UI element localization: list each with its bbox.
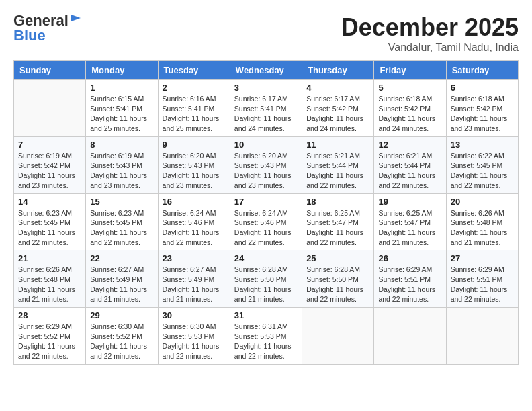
calendar-cell: 17Sunrise: 6:24 AM Sunset: 5:46 PM Dayli… xyxy=(230,193,302,250)
calendar-cell: 24Sunrise: 6:28 AM Sunset: 5:50 PM Dayli… xyxy=(230,250,302,308)
day-number: 27 xyxy=(451,253,514,263)
day-info: Sunrise: 6:21 AM Sunset: 5:44 PM Dayligh… xyxy=(306,151,369,191)
day-number: 4 xyxy=(306,83,369,93)
calendar-cell: 31Sunrise: 6:31 AM Sunset: 5:53 PM Dayli… xyxy=(230,308,302,365)
calendar-cell: 20Sunrise: 6:26 AM Sunset: 5:48 PM Dayli… xyxy=(446,193,518,250)
calendar-header-tuesday: Tuesday xyxy=(158,61,230,80)
day-info: Sunrise: 6:15 AM Sunset: 5:41 PM Dayligh… xyxy=(90,94,153,134)
day-info: Sunrise: 6:17 AM Sunset: 5:41 PM Dayligh… xyxy=(234,94,298,134)
calendar-cell: 7Sunrise: 6:19 AM Sunset: 5:42 PM Daylig… xyxy=(14,136,86,193)
calendar-table: SundayMondayTuesdayWednesdayThursdayFrid… xyxy=(13,60,519,365)
calendar-cell: 19Sunrise: 6:25 AM Sunset: 5:47 PM Dayli… xyxy=(374,193,446,250)
calendar-cell: 25Sunrise: 6:28 AM Sunset: 5:50 PM Dayli… xyxy=(302,250,374,308)
calendar-cell: 22Sunrise: 6:27 AM Sunset: 5:49 PM Dayli… xyxy=(86,250,158,308)
month-year-title: December 2025 xyxy=(341,13,519,42)
logo-blue: Blue xyxy=(13,28,46,43)
day-number: 28 xyxy=(18,310,81,320)
day-info: Sunrise: 6:27 AM Sunset: 5:49 PM Dayligh… xyxy=(90,265,153,304)
calendar-cell: 4Sunrise: 6:17 AM Sunset: 5:42 PM Daylig… xyxy=(302,80,374,137)
calendar-cell: 2Sunrise: 6:16 AM Sunset: 5:41 PM Daylig… xyxy=(158,80,230,137)
day-number: 19 xyxy=(378,197,441,207)
day-number: 31 xyxy=(234,310,298,320)
calendar-cell: 13Sunrise: 6:22 AM Sunset: 5:45 PM Dayli… xyxy=(446,136,518,193)
day-info: Sunrise: 6:30 AM Sunset: 5:53 PM Dayligh… xyxy=(163,322,226,361)
calendar-cell: 23Sunrise: 6:27 AM Sunset: 5:49 PM Dayli… xyxy=(158,250,230,308)
day-info: Sunrise: 6:28 AM Sunset: 5:50 PM Dayligh… xyxy=(306,265,369,304)
day-info: Sunrise: 6:20 AM Sunset: 5:43 PM Dayligh… xyxy=(234,151,298,191)
day-number: 13 xyxy=(451,140,514,150)
day-number: 21 xyxy=(18,253,81,263)
calendar-cell: 18Sunrise: 6:25 AM Sunset: 5:47 PM Dayli… xyxy=(302,193,374,250)
calendar-week-row: 1Sunrise: 6:15 AM Sunset: 5:41 PM Daylig… xyxy=(14,80,519,137)
calendar-cell: 6Sunrise: 6:18 AM Sunset: 5:42 PM Daylig… xyxy=(446,80,518,137)
calendar-cell xyxy=(302,308,374,365)
calendar-cell: 28Sunrise: 6:29 AM Sunset: 5:52 PM Dayli… xyxy=(14,308,86,365)
day-info: Sunrise: 6:29 AM Sunset: 5:51 PM Dayligh… xyxy=(451,265,514,304)
calendar-header-friday: Friday xyxy=(374,61,446,80)
calendar-cell: 26Sunrise: 6:29 AM Sunset: 5:51 PM Dayli… xyxy=(374,250,446,308)
day-info: Sunrise: 6:25 AM Sunset: 5:47 PM Dayligh… xyxy=(378,208,441,248)
day-info: Sunrise: 6:28 AM Sunset: 5:50 PM Dayligh… xyxy=(234,265,298,304)
day-number: 12 xyxy=(378,140,441,150)
day-info: Sunrise: 6:29 AM Sunset: 5:51 PM Dayligh… xyxy=(378,265,441,304)
calendar-cell: 1Sunrise: 6:15 AM Sunset: 5:41 PM Daylig… xyxy=(86,80,158,137)
day-info: Sunrise: 6:18 AM Sunset: 5:42 PM Dayligh… xyxy=(378,94,441,134)
day-info: Sunrise: 6:17 AM Sunset: 5:42 PM Dayligh… xyxy=(306,94,369,134)
calendar-week-row: 7Sunrise: 6:19 AM Sunset: 5:42 PM Daylig… xyxy=(14,136,519,193)
day-number: 18 xyxy=(306,197,369,207)
calendar-cell xyxy=(374,308,446,365)
calendar-cell: 30Sunrise: 6:30 AM Sunset: 5:53 PM Dayli… xyxy=(158,308,230,365)
day-number: 30 xyxy=(163,310,226,320)
day-number: 15 xyxy=(90,197,153,207)
day-number: 17 xyxy=(234,197,298,207)
calendar-cell: 27Sunrise: 6:29 AM Sunset: 5:51 PM Dayli… xyxy=(446,250,518,308)
day-number: 3 xyxy=(234,83,298,93)
day-number: 25 xyxy=(306,253,369,263)
calendar-week-row: 28Sunrise: 6:29 AM Sunset: 5:52 PM Dayli… xyxy=(14,308,519,365)
day-info: Sunrise: 6:30 AM Sunset: 5:52 PM Dayligh… xyxy=(90,322,153,361)
location-subtitle: Vandalur, Tamil Nadu, India xyxy=(341,42,519,54)
calendar-cell: 12Sunrise: 6:21 AM Sunset: 5:44 PM Dayli… xyxy=(374,136,446,193)
calendar-header-thursday: Thursday xyxy=(302,61,374,80)
day-number: 20 xyxy=(451,197,514,207)
logo-general: General xyxy=(13,13,69,28)
calendar-header-sunday: Sunday xyxy=(14,61,86,80)
calendar-cell xyxy=(446,308,518,365)
day-number: 5 xyxy=(378,83,441,93)
day-info: Sunrise: 6:24 AM Sunset: 5:46 PM Dayligh… xyxy=(163,208,226,248)
day-number: 23 xyxy=(163,253,226,263)
logo-flag-icon xyxy=(70,15,82,26)
day-info: Sunrise: 6:19 AM Sunset: 5:43 PM Dayligh… xyxy=(90,151,153,191)
calendar-week-row: 21Sunrise: 6:26 AM Sunset: 5:48 PM Dayli… xyxy=(14,250,519,308)
day-info: Sunrise: 6:23 AM Sunset: 5:45 PM Dayligh… xyxy=(90,208,153,248)
calendar-header-row: SundayMondayTuesdayWednesdayThursdayFrid… xyxy=(14,61,519,80)
day-number: 24 xyxy=(234,253,298,263)
day-info: Sunrise: 6:27 AM Sunset: 5:49 PM Dayligh… xyxy=(163,265,226,304)
calendar-cell: 29Sunrise: 6:30 AM Sunset: 5:52 PM Dayli… xyxy=(86,308,158,365)
day-number: 1 xyxy=(90,83,153,93)
day-info: Sunrise: 6:20 AM Sunset: 5:43 PM Dayligh… xyxy=(163,151,226,191)
calendar-cell: 15Sunrise: 6:23 AM Sunset: 5:45 PM Dayli… xyxy=(86,193,158,250)
day-number: 6 xyxy=(451,83,514,93)
day-info: Sunrise: 6:26 AM Sunset: 5:48 PM Dayligh… xyxy=(451,208,514,248)
day-number: 7 xyxy=(18,140,81,150)
day-info: Sunrise: 6:24 AM Sunset: 5:46 PM Dayligh… xyxy=(234,208,298,248)
day-info: Sunrise: 6:18 AM Sunset: 5:42 PM Dayligh… xyxy=(451,94,514,134)
calendar-cell: 14Sunrise: 6:23 AM Sunset: 5:45 PM Dayli… xyxy=(14,193,86,250)
calendar-cell: 9Sunrise: 6:20 AM Sunset: 5:43 PM Daylig… xyxy=(158,136,230,193)
day-info: Sunrise: 6:25 AM Sunset: 5:47 PM Dayligh… xyxy=(306,208,369,248)
svg-marker-0 xyxy=(71,15,81,21)
day-info: Sunrise: 6:29 AM Sunset: 5:52 PM Dayligh… xyxy=(18,322,81,361)
day-info: Sunrise: 6:22 AM Sunset: 5:45 PM Dayligh… xyxy=(451,151,514,191)
day-number: 16 xyxy=(163,197,226,207)
calendar-week-row: 14Sunrise: 6:23 AM Sunset: 5:45 PM Dayli… xyxy=(14,193,519,250)
title-section: December 2025 Vandalur, Tamil Nadu, Indi… xyxy=(341,13,519,54)
header: General Blue December 2025 Vandalur, Tam… xyxy=(13,13,519,54)
calendar-cell: 21Sunrise: 6:26 AM Sunset: 5:48 PM Dayli… xyxy=(14,250,86,308)
day-number: 10 xyxy=(234,140,298,150)
calendar-header-monday: Monday xyxy=(86,61,158,80)
day-info: Sunrise: 6:26 AM Sunset: 5:48 PM Dayligh… xyxy=(18,265,81,304)
day-info: Sunrise: 6:21 AM Sunset: 5:44 PM Dayligh… xyxy=(378,151,441,191)
day-info: Sunrise: 6:23 AM Sunset: 5:45 PM Dayligh… xyxy=(18,208,81,248)
day-number: 22 xyxy=(90,253,153,263)
